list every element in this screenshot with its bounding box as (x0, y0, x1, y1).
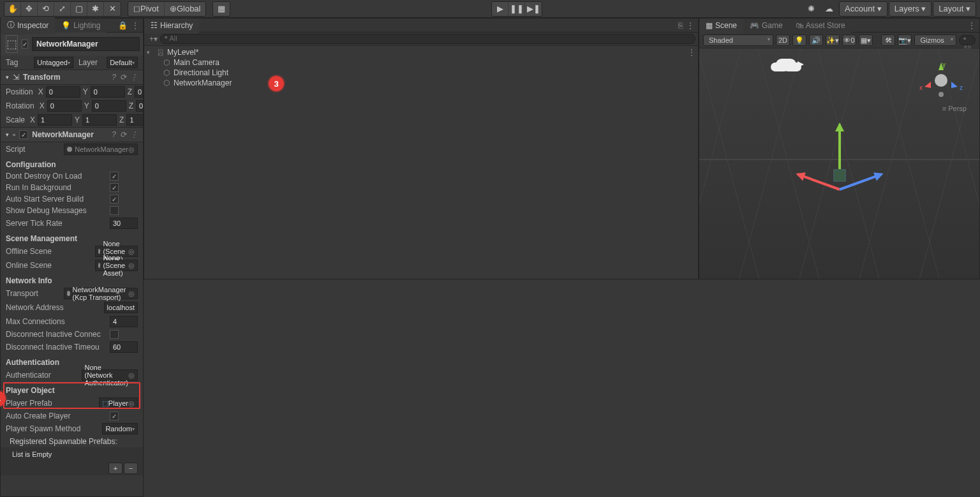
layers-dropdown[interactable]: Layers ▾ (889, 2, 932, 16)
perspective-label[interactable]: ≡ Persp (942, 105, 967, 112)
hierarchy-tab[interactable]: ☷ Hierarchy (144, 19, 199, 34)
shading-dropdown[interactable]: Shaded (703, 34, 773, 46)
reset-icon[interactable]: ⟳ (120, 130, 126, 139)
dont-destroy-checkbox[interactable]: ✓ (110, 172, 119, 181)
play-controls: ▶ ❚❚ ▶❚ (491, 1, 542, 17)
gameobject-icon[interactable]: ⬚ (6, 35, 18, 53)
hand-tool[interactable]: ✋ (4, 2, 21, 16)
disconnect-checkbox[interactable] (110, 330, 119, 339)
script-field[interactable]: NetworkManager◎ (64, 144, 138, 155)
run-bg-checkbox[interactable]: ✓ (110, 183, 119, 192)
gameobject-row[interactable]: ⬡Directional Light (144, 68, 698, 78)
gizmos-dropdown[interactable]: Gizmos (914, 34, 956, 46)
address-field[interactable]: localhost (104, 302, 138, 313)
scene-search[interactable]: ᵒ All (959, 35, 976, 45)
transform-tools: ✋ ✥ ⟲ ⤢ ▢ ✱ ✕ (4, 1, 121, 17)
scene-viewport[interactable]: y x z ≡ Persp (699, 48, 979, 279)
scale-tool[interactable]: ⤢ (54, 2, 71, 16)
help-icon[interactable]: ? (112, 73, 116, 82)
play-button[interactable]: ▶ (492, 2, 509, 16)
rect-tool[interactable]: ▢ (71, 2, 87, 16)
collab-icon[interactable]: ✺ (803, 2, 820, 16)
pos-z[interactable]: 0 (135, 86, 143, 98)
light-icon[interactable]: 💡 (792, 34, 806, 46)
player-prefab-field[interactable]: ⬚Player◎ (99, 397, 138, 409)
popout-icon[interactable]: ⎘ (678, 21, 683, 30)
list-remove-button[interactable]: − (124, 463, 138, 474)
enabled-checkbox[interactable]: ✓ (19, 130, 28, 139)
menu-icon[interactable]: ⋮ (968, 21, 976, 30)
scene-row[interactable]: ▾⍓ MyLevel* ⋮ (144, 47, 698, 57)
snap-button[interactable]: ▦ (213, 2, 230, 16)
gameobject-icon: ⬡ (162, 78, 171, 87)
multi-tool[interactable]: ✱ (87, 2, 104, 16)
scene-panel: ▦ Scene 🎮 Game 🛍 Asset Store ⋮ Shaded 2D… (699, 18, 980, 279)
tag-dropdown[interactable]: Untagged (34, 57, 73, 68)
lock-icon[interactable]: 🔒 (118, 21, 128, 30)
spawn-method-dropdown[interactable]: Random (102, 423, 138, 434)
game-tab[interactable]: 🎮 Game (743, 19, 789, 33)
menu-icon[interactable]: ⋮ (131, 21, 139, 30)
online-scene-field[interactable]: None (Scene Asset)◎ (95, 260, 138, 271)
transform-component-header[interactable]: ▾⇲ Transform ?⟳⋮ (1, 70, 143, 85)
pause-button[interactable]: ❚❚ (509, 2, 525, 16)
rot-z[interactable]: 0 (136, 100, 143, 112)
global-toggle[interactable]: ⊕ Global (165, 2, 206, 16)
menu-icon[interactable]: ⋮ (130, 130, 138, 139)
svg-point-4 (939, 92, 944, 97)
scale-z[interactable]: 1 (126, 114, 143, 126)
scene-menu-icon[interactable]: ⋮ (688, 48, 695, 57)
lighting-tab[interactable]: 💡 Lighting (55, 19, 107, 33)
inspector-tab[interactable]: ⓘ Inspector (1, 17, 55, 34)
gameobject-row[interactable]: ⬡Main Camera (144, 57, 698, 68)
active-checkbox[interactable]: ✓ (22, 40, 28, 48)
assetstore-tab[interactable]: 🛍 Asset Store (789, 19, 852, 33)
scene-tab[interactable]: ▦ Scene (699, 19, 743, 34)
scale-x[interactable]: 1 (38, 114, 72, 126)
add-icon[interactable]: +▾ (147, 34, 160, 43)
rot-y[interactable]: 0 (92, 100, 126, 112)
hierarchy-search[interactable]: ᵒ All (160, 34, 695, 44)
networkmanager-component-header[interactable]: ▾▫ ✓ NetworkManager ?⟳⋮ (1, 127, 143, 142)
pos-y[interactable]: 0 (91, 86, 125, 98)
pos-x[interactable]: 0 (46, 86, 80, 98)
scale-y[interactable]: 1 (82, 114, 117, 126)
show-debug-checkbox[interactable] (110, 206, 119, 215)
script-icon: ▫ (13, 130, 15, 139)
disconnect-timeout-field[interactable]: 60 (110, 341, 138, 353)
transport-field[interactable]: NetworkManager (Kcp Transport)◎ (64, 288, 138, 299)
camera-icon[interactable]: 📷▾ (898, 34, 912, 46)
authenticator-field[interactable]: None (Network Authenticator)◎ (82, 369, 138, 381)
name-field[interactable] (32, 37, 140, 51)
list-add-button[interactable]: + (108, 463, 122, 474)
tick-field[interactable]: 30 (110, 218, 138, 229)
maxconn-field[interactable]: 4 (110, 316, 138, 327)
menu-icon[interactable]: ⋮ (130, 73, 138, 82)
2d-toggle[interactable]: 2D (776, 34, 790, 46)
auto-create-checkbox[interactable]: ✓ (110, 412, 119, 420)
pivot-toggle[interactable]: ◻ Pivot (128, 2, 165, 16)
move-gizmo[interactable] (776, 112, 903, 239)
step-button[interactable]: ▶❚ (525, 2, 542, 16)
hidden-icon[interactable]: 👁0 (842, 34, 856, 46)
hierarchy-panel: ☷ Hierarchy ⎘⋮ +▾ ᵒ All ▾⍓ MyLevel* ⋮ ⬡M… (144, 18, 699, 279)
rotate-tool[interactable]: ⟲ (38, 2, 54, 16)
audio-icon[interactable]: 🔊 (809, 34, 823, 46)
menu-icon[interactable]: ⋮ (687, 21, 694, 30)
auto-start-checkbox[interactable]: ✓ (110, 195, 119, 204)
layer-dropdown[interactable]: Default (107, 57, 138, 68)
reset-icon[interactable]: ⟳ (120, 73, 126, 82)
tools-icon[interactable]: 🛠 (881, 34, 895, 46)
layout-dropdown[interactable]: Layout ▾ (933, 2, 976, 16)
inspector-panel: ⓘ Inspector 💡 Lighting 🔒⋮ ⬚ ✓ Static Tag… (0, 18, 144, 497)
move-tool[interactable]: ✥ (21, 2, 38, 16)
grid-icon[interactable]: ▦▾ (859, 34, 873, 46)
account-dropdown[interactable]: Account ▾ (840, 2, 887, 16)
cloud-icon[interactable]: ☁ (821, 2, 838, 16)
gameobject-row-networkmanager[interactable]: ⬡NetworkManager (144, 78, 698, 88)
custom-tool[interactable]: ✕ (104, 2, 121, 16)
help-icon[interactable]: ? (112, 130, 116, 139)
rot-x[interactable]: 0 (47, 100, 82, 112)
fx-icon[interactable]: ✨▾ (826, 34, 840, 46)
orientation-gizmo[interactable]: y x z (922, 61, 960, 100)
